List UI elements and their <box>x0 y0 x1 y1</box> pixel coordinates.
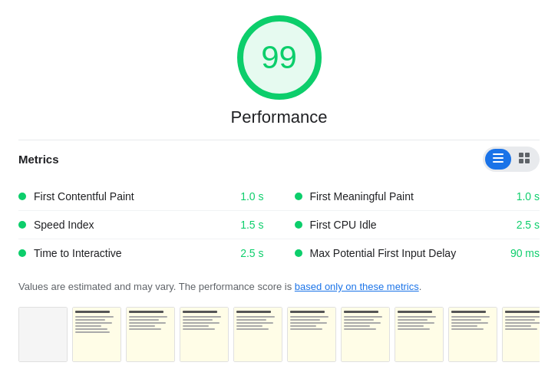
disclaimer-link[interactable]: based only on these metrics <box>295 281 419 292</box>
filmstrip-frame <box>341 307 390 362</box>
metric-row: First Contentful Paint 1.0 s <box>18 183 279 211</box>
filmstrip-frame <box>18 307 68 362</box>
metric-row: First Meaningful Paint 1.0 s <box>279 183 540 211</box>
score-value: 99 <box>261 39 297 76</box>
metric-name: Speed Index <box>34 219 234 231</box>
metric-row: First CPU Idle 2.5 s <box>279 211 540 239</box>
metric-dot <box>295 221 302 229</box>
metric-value: 90 ms <box>510 247 540 259</box>
svg-rect-6 <box>525 159 530 163</box>
filmstrip <box>18 307 540 365</box>
toggle-grid-button[interactable] <box>511 149 537 170</box>
disclaimer-text-before: Values are estimated and may vary. The p… <box>18 281 295 292</box>
score-circle: 99 <box>237 15 322 100</box>
metric-value: 2.5 s <box>517 219 540 231</box>
metric-dot <box>295 193 302 200</box>
metric-name: First Contentful Paint <box>34 190 234 203</box>
metric-name: Max Potential First Input Delay <box>310 247 504 259</box>
metric-dot <box>18 221 26 229</box>
metric-name: First Meaningful Paint <box>310 190 510 203</box>
metric-dot <box>18 193 26 200</box>
svg-rect-3 <box>519 153 523 157</box>
disclaimer: Values are estimated and may vary. The p… <box>18 279 540 295</box>
metrics-title: Metrics <box>18 153 59 166</box>
metric-value: 2.5 s <box>240 247 263 259</box>
score-label: Performance <box>231 107 328 127</box>
metric-row: Speed Index 1.5 s <box>18 211 279 239</box>
metric-row: Time to Interactive 2.5 s <box>18 239 279 267</box>
metrics-header: Metrics <box>18 140 540 172</box>
view-toggle <box>483 147 540 172</box>
svg-rect-1 <box>493 157 504 159</box>
metric-name: Time to Interactive <box>34 247 234 259</box>
score-section: 99 Performance <box>18 15 540 127</box>
svg-rect-0 <box>493 153 504 155</box>
filmstrip-frame <box>72 307 121 362</box>
filmstrip-frame <box>448 307 497 362</box>
metrics-grid: First Contentful Paint 1.0 s First Meani… <box>18 183 540 267</box>
list-icon <box>493 153 504 165</box>
filmstrip-frame <box>126 307 175 362</box>
filmstrip-frame <box>502 307 540 362</box>
metric-value: 1.5 s <box>240 219 263 231</box>
svg-rect-5 <box>519 159 523 163</box>
filmstrip-frame <box>287 307 336 362</box>
metric-dot <box>18 249 26 257</box>
toggle-list-button[interactable] <box>485 149 511 170</box>
disclaimer-text-after: . <box>419 281 422 292</box>
metric-row: Max Potential First Input Delay 90 ms <box>279 239 540 267</box>
metric-value: 1.0 s <box>517 190 540 203</box>
svg-rect-4 <box>525 153 530 157</box>
filmstrip-frame <box>180 307 229 362</box>
svg-rect-2 <box>493 161 504 163</box>
grid-icon <box>519 153 530 166</box>
filmstrip-frame <box>395 307 444 362</box>
metric-value: 1.0 s <box>240 190 263 203</box>
metric-dot <box>295 249 302 257</box>
metric-name: First CPU Idle <box>310 219 510 231</box>
filmstrip-frame <box>233 307 282 362</box>
